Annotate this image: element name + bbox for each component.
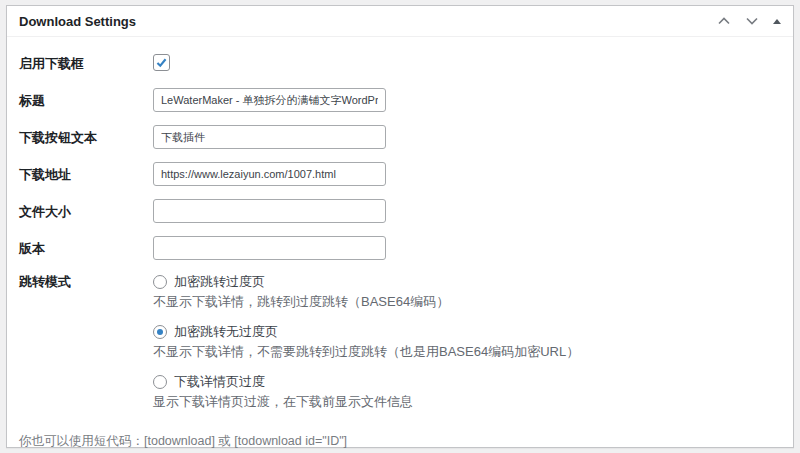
download-settings-metabox: Download Settings 启用下载框 <box>6 5 794 448</box>
toggle-panel-button[interactable] <box>771 17 783 26</box>
radio-option-label: 加密跳转无过度页 <box>174 323 278 340</box>
button-text-input[interactable] <box>153 125 386 149</box>
title-input[interactable] <box>153 88 386 112</box>
form-row-title: 标题 <box>19 88 781 112</box>
metabox-handle-actions <box>715 13 783 29</box>
file-size-input[interactable] <box>153 199 386 223</box>
metabox-header: Download Settings <box>7 6 793 37</box>
title-label: 标题 <box>19 92 153 109</box>
metabox-body: 启用下载框 标题 下载按钮文本 下载地址 <box>7 37 793 423</box>
jump-mode-options: 加密跳转过度页 不显示下载详情，跳转到过度跳转（BASE64编码） 加密跳转无过… <box>153 273 781 410</box>
radio-option-description: 不显示下载详情，不需要跳转到过度跳转（也是用BASE64编码加密URL） <box>153 343 781 360</box>
form-row-download-url: 下载地址 <box>19 162 781 186</box>
move-up-button[interactable] <box>715 13 733 29</box>
radio-detail-page[interactable]: 下载详情页过度 <box>153 373 781 390</box>
download-url-label: 下载地址 <box>19 166 153 183</box>
download-url-input[interactable] <box>153 162 386 186</box>
jump-mode-option-detail-page: 下载详情页过度 显示下载详情页过渡，在下载前显示文件信息 <box>153 373 781 410</box>
jump-mode-option-encrypted-no-transition: 加密跳转无过度页 不显示下载详情，不需要跳转到过度跳转（也是用BASE64编码加… <box>153 323 781 360</box>
move-down-button[interactable] <box>743 13 761 29</box>
chevron-down-icon <box>745 15 759 27</box>
version-label: 版本 <box>19 240 153 257</box>
radio-option-description: 显示下载详情页过渡，在下载前显示文件信息 <box>153 393 781 410</box>
form-row-enable: 启用下载框 <box>19 51 781 75</box>
chevron-up-icon <box>717 15 731 27</box>
button-text-label: 下载按钮文本 <box>19 129 153 146</box>
form-row-button-text: 下载按钮文本 <box>19 125 781 149</box>
radio-selected-icon <box>153 325 167 339</box>
metabox-title: Download Settings <box>19 14 136 29</box>
jump-mode-option-encrypted-transition: 加密跳转过度页 不显示下载详情，跳转到过度跳转（BASE64编码） <box>153 273 781 310</box>
jump-mode-label: 跳转模式 <box>19 273 153 290</box>
radio-circle-icon <box>153 375 167 389</box>
enable-box-label: 启用下载框 <box>19 55 153 72</box>
radio-encrypted-transition[interactable]: 加密跳转过度页 <box>153 273 781 290</box>
radio-option-description: 不显示下载详情，跳转到过度跳转（BASE64编码） <box>153 293 781 310</box>
form-row-file-size: 文件大小 <box>19 199 781 223</box>
enable-box-checkbox[interactable] <box>153 54 170 71</box>
radio-circle-icon <box>153 275 167 289</box>
check-icon <box>155 56 168 69</box>
form-row-jump-mode: 跳转模式 加密跳转过度页 不显示下载详情，跳转到过度跳转（BASE64编码） 加… <box>19 273 781 410</box>
shortcode-hint: 你也可以使用短代码：[todownload] 或 [todownload id=… <box>7 423 793 453</box>
radio-encrypted-no-transition[interactable]: 加密跳转无过度页 <box>153 323 781 340</box>
radio-option-label: 加密跳转过度页 <box>174 273 265 290</box>
file-size-label: 文件大小 <box>19 203 153 220</box>
radio-option-label: 下载详情页过度 <box>174 373 265 390</box>
version-input[interactable] <box>153 236 386 260</box>
form-row-version: 版本 <box>19 236 781 260</box>
triangle-up-icon <box>773 19 781 24</box>
